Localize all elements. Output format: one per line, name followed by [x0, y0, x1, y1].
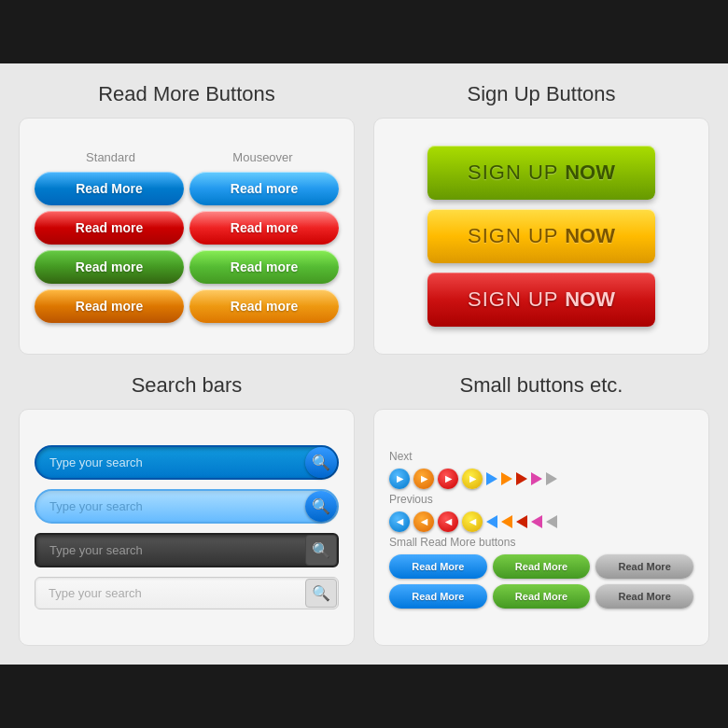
search-icon-light: 🔍 — [312, 584, 330, 602]
read-more-green-standard[interactable]: Read more — [35, 250, 184, 284]
signup-red-bold: NOW — [565, 287, 615, 311]
sm-read-more-6[interactable]: Read More — [595, 584, 693, 609]
read-more-blue-hover[interactable]: Read more — [189, 172, 339, 205]
signup-panel: SIGN UP NOW SIGN UP NOW SIGN UP NOW — [373, 118, 709, 355]
small-buttons-panel: Next ▶ ▶ ▶ ▶ Previous — [373, 409, 709, 646]
search-row-light: 🔍 — [35, 577, 339, 609]
read-more-red-hover[interactable]: Read more — [189, 211, 339, 245]
read-more-orange-standard[interactable]: Read more — [35, 289, 184, 323]
signup-yellow-normal: SIGN UP — [468, 224, 565, 247]
circle-orange-prev[interactable]: ◀ — [413, 511, 434, 532]
search-row-dark: 🔍 — [35, 533, 339, 567]
search-button-lightblue[interactable]: 🔍 — [305, 491, 337, 522]
read-more-grid: Read More Read more Read more Read more … — [35, 172, 339, 323]
small-buttons-title: Small buttons etc. — [460, 373, 623, 398]
circle-red-prev[interactable]: ◀ — [438, 511, 458, 532]
prev-label: Previous — [389, 493, 693, 506]
search-input-dark[interactable] — [35, 533, 339, 567]
search-input-light[interactable] — [35, 577, 339, 609]
bottom-bar — [0, 665, 728, 728]
search-button-light[interactable]: 🔍 — [305, 579, 337, 608]
read-more-section: Read More Buttons Standard Mouseover Rea… — [19, 82, 355, 355]
prev-arrows-row: ◀ ◀ ◀ ◀ — [389, 511, 693, 532]
tri-orange-left[interactable] — [501, 515, 512, 528]
tri-gray-right[interactable] — [546, 472, 557, 485]
circle-red-next[interactable]: ▶ — [438, 469, 458, 489]
signup-green-bold: NOW — [565, 161, 615, 184]
search-icon-lightblue: 🔍 — [312, 497, 330, 515]
circle-yellow-prev[interactable]: ◀ — [462, 511, 483, 532]
search-button-blue[interactable]: 🔍 — [305, 447, 337, 478]
tri-red-left[interactable] — [516, 515, 527, 528]
signup-title: Sign Up Buttons — [468, 82, 616, 106]
read-more-orange-hover[interactable]: Read more — [189, 289, 339, 323]
search-section: Search bars 🔍 🔍 — [19, 373, 355, 646]
circle-blue-next[interactable]: ▶ — [389, 469, 410, 489]
tri-blue-left[interactable] — [486, 515, 497, 528]
tri-blue-right[interactable] — [486, 472, 497, 485]
search-row-blue: 🔍 — [35, 445, 339, 480]
sm-read-more-1[interactable]: Read More — [389, 554, 487, 579]
search-container: 🔍 🔍 🔍 — [35, 445, 339, 609]
read-more-title: Read More Buttons — [98, 82, 275, 106]
search-panel: 🔍 🔍 🔍 — [19, 409, 355, 646]
search-row-lightblue: 🔍 — [35, 489, 339, 524]
search-icon-blue: 🔍 — [312, 454, 330, 471]
small-read-more-label: Small Read More buttons — [389, 536, 693, 549]
signup-section: Sign Up Buttons SIGN UP NOW SIGN UP NOW … — [373, 82, 709, 355]
signup-green-normal: SIGN UP — [468, 161, 565, 184]
read-more-green-hover[interactable]: Read more — [189, 250, 339, 284]
small-buttons-section: Small buttons etc. Next ▶ ▶ ▶ ▶ — [373, 373, 709, 646]
tri-pink-right[interactable] — [531, 472, 542, 485]
circle-orange-next[interactable]: ▶ — [413, 469, 434, 489]
small-read-more-grid: Read More Read More Read More Read More … — [389, 554, 693, 609]
tri-orange-right[interactable] — [501, 472, 512, 485]
col-headers: Standard Mouseover — [35, 150, 339, 168]
signup-container: SIGN UP NOW SIGN UP NOW SIGN UP NOW — [389, 136, 693, 336]
signup-green-button[interactable]: SIGN UP NOW — [427, 146, 654, 200]
sm-read-more-3[interactable]: Read More — [595, 554, 693, 579]
mouseover-header: Mouseover — [187, 150, 339, 164]
tri-pink-left[interactable] — [531, 515, 542, 528]
search-input-lightblue[interactable] — [35, 489, 339, 524]
search-icon-dark: 🔍 — [312, 541, 330, 559]
small-section: Next ▶ ▶ ▶ ▶ Previous — [389, 446, 693, 609]
signup-red-normal: SIGN UP — [468, 287, 565, 311]
top-bar — [0, 0, 728, 63]
circle-blue-prev[interactable]: ◀ — [389, 511, 410, 532]
next-label: Next — [389, 450, 693, 463]
signup-yellow-button[interactable]: SIGN UP NOW — [427, 209, 654, 263]
standard-header: Standard — [35, 150, 187, 164]
sm-read-more-2[interactable]: Read More — [493, 554, 591, 579]
next-arrows-row: ▶ ▶ ▶ ▶ — [389, 469, 693, 489]
circle-yellow-next[interactable]: ▶ — [462, 469, 483, 489]
sm-read-more-5[interactable]: Read More — [493, 584, 591, 609]
tri-red-right[interactable] — [516, 472, 527, 485]
main-content: Read More Buttons Standard Mouseover Rea… — [0, 63, 728, 665]
read-more-blue-standard[interactable]: Read More — [35, 172, 184, 205]
search-button-dark[interactable]: 🔍 — [305, 535, 337, 566]
sm-read-more-4[interactable]: Read More — [389, 584, 487, 609]
signup-yellow-bold: NOW — [565, 224, 615, 247]
read-more-panel: Standard Mouseover Read More Read more R… — [19, 118, 355, 355]
search-title: Search bars — [132, 373, 243, 398]
read-more-red-standard[interactable]: Read more — [35, 211, 184, 245]
tri-gray-left[interactable] — [546, 515, 557, 528]
search-input-blue[interactable] — [35, 445, 339, 480]
signup-red-button[interactable]: SIGN UP NOW — [427, 273, 654, 327]
